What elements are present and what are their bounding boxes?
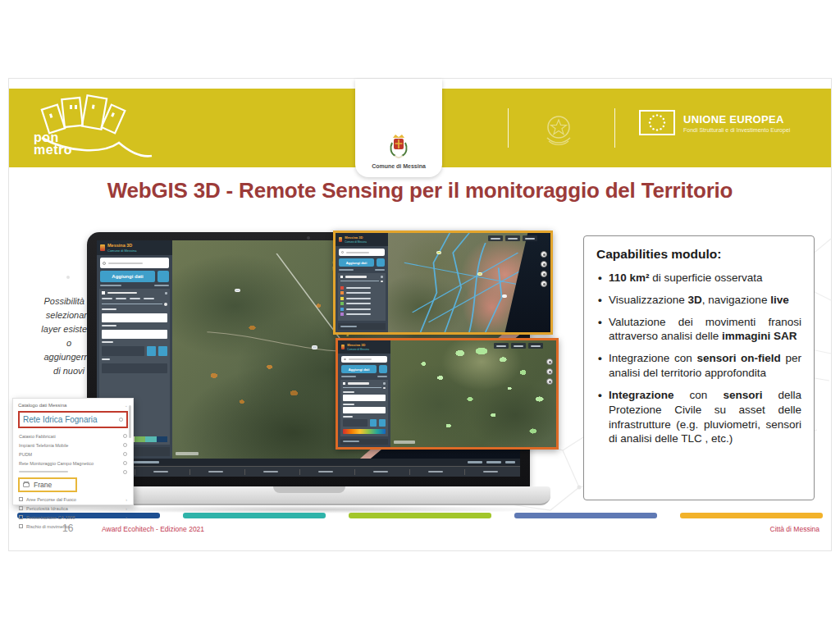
slider-track (340, 281, 379, 281)
map-control-button[interactable] (541, 261, 547, 267)
text-input[interactable] (343, 407, 386, 413)
layer-toggle-icon[interactable] (123, 461, 127, 465)
map-menu-chips[interactable] (488, 235, 537, 241)
catalog-header[interactable]: Catalogo dati Messina ⌄ (18, 403, 128, 408)
close-icon[interactable] (383, 382, 386, 385)
map-marker[interactable] (235, 289, 240, 292)
layer-toggle-icon[interactable] (123, 443, 127, 447)
action-button[interactable] (370, 419, 377, 427)
text-input[interactable] (102, 330, 167, 339)
layer-toggle-icon[interactable] (119, 418, 123, 422)
catalog-checkbox-item[interactable]: Pericolosità Idraulica› (18, 504, 128, 513)
inset-map-sar[interactable] (390, 340, 556, 447)
text-skeleton (346, 287, 371, 289)
text-skeleton (346, 313, 371, 315)
timeline-tick[interactable] (409, 469, 461, 475)
action-button[interactable] (379, 419, 386, 427)
legend-item[interactable] (340, 302, 383, 305)
timeline-tick[interactable] (135, 469, 186, 475)
panel-footer (340, 439, 388, 445)
catalog-item[interactable]: Catasto Fabbricati (18, 431, 128, 441)
search-input[interactable] (341, 356, 387, 363)
map-zoom-controls[interactable] (546, 358, 553, 385)
layer-toggle-icon[interactable] (123, 434, 127, 438)
add-data-button[interactable]: Aggiungi dati (341, 365, 377, 373)
dropdown-select[interactable] (343, 419, 368, 427)
action-button[interactable] (158, 346, 167, 356)
map-control-button[interactable] (541, 271, 547, 277)
text-input[interactable] (102, 313, 167, 322)
catalog-item-rete-idrica[interactable]: Rete Idrica Fognaria (18, 411, 128, 428)
search-input[interactable] (100, 258, 169, 268)
checkbox-icon[interactable] (19, 506, 23, 510)
opacity-slider[interactable] (340, 281, 383, 283)
menu-button[interactable] (379, 365, 387, 373)
color-legend (343, 429, 386, 434)
catalog-item-frane[interactable]: Frane (18, 477, 77, 492)
map-marker[interactable] (436, 251, 441, 254)
map-menu-chips[interactable] (494, 343, 543, 349)
action-button[interactable] (147, 346, 156, 356)
map-marker[interactable] (502, 294, 507, 298)
legend-color-swatch (340, 308, 344, 311)
map-zoom-controls[interactable] (541, 251, 547, 287)
slider-handle[interactable] (381, 281, 383, 283)
dropdown-select[interactable] (102, 346, 144, 356)
slider-handle[interactable] (164, 303, 167, 306)
catalog-checkbox-item[interactable]: Perimetrazione CA 1908› (18, 513, 128, 522)
catalog-item[interactable]: Impianti Telefonia Mobile (18, 441, 128, 450)
timeline-tick[interactable] (354, 469, 406, 475)
timeline-tick[interactable] (244, 469, 296, 475)
legend-item[interactable] (340, 297, 383, 300)
layer-panel (338, 273, 386, 321)
app-crest-icon (100, 244, 105, 251)
map-marker[interactable] (312, 345, 317, 349)
checkbox-icon[interactable] (19, 515, 23, 519)
catalog-item[interactable]: PUDM (18, 450, 128, 459)
menu-button[interactable] (377, 258, 385, 267)
layer-legend-list (340, 286, 383, 317)
map-control-button[interactable] (546, 368, 553, 375)
timeline-tick[interactable] (189, 469, 241, 475)
dropdown-select[interactable] (102, 363, 167, 373)
map-control-button[interactable] (541, 251, 547, 258)
layer-toggle-icon[interactable] (123, 470, 127, 474)
checkbox-icon[interactable] (19, 497, 23, 501)
search-input[interactable] (339, 249, 385, 256)
map-control-button[interactable] (546, 358, 553, 365)
map-control-button[interactable] (546, 378, 553, 385)
text-input[interactable] (343, 395, 386, 401)
text-skeleton (108, 262, 143, 264)
opacity-slider[interactable] (102, 303, 167, 306)
close-icon[interactable] (165, 292, 167, 294)
legend-item[interactable] (340, 286, 383, 290)
legend-item[interactable] (340, 291, 383, 294)
text-skeleton (346, 308, 371, 310)
catalog-checkbox-item[interactable]: Aree Percorse dal Fuoco› (18, 495, 128, 504)
app-title-block: Messina 3DComune di Messina (107, 243, 136, 253)
add-data-button[interactable]: Aggiungi dati (339, 258, 374, 267)
add-data-button[interactable]: Aggiungi dati (100, 271, 155, 282)
text-skeleton (165, 292, 167, 294)
checkbox-icon[interactable] (19, 524, 23, 528)
scrollbar[interactable] (129, 405, 131, 438)
menu-button[interactable] (158, 271, 169, 282)
timeline-tick[interactable] (464, 469, 516, 475)
map-control-button[interactable] (541, 281, 547, 287)
layer-toggle-icon[interactable] (123, 452, 127, 456)
text-skeleton (318, 471, 333, 472)
webgis-timeline[interactable] (97, 466, 520, 477)
panel-tabs[interactable] (102, 298, 167, 300)
slider-handle[interactable] (383, 387, 386, 390)
app-crest-icon (339, 237, 342, 242)
timeline-tick[interactable] (299, 469, 351, 475)
catalog-item[interactable]: Rete Monitoraggio Campo Magnetico (18, 459, 128, 468)
opacity-slider[interactable] (343, 387, 386, 390)
map-attribution (176, 452, 199, 455)
catalog-item-partial[interactable] (18, 468, 128, 476)
inset-map-urban[interactable] (388, 233, 550, 332)
close-icon[interactable] (381, 276, 383, 278)
catalog-checkbox-item[interactable]: Rischio di movimento› (18, 522, 128, 531)
legend-item[interactable] (340, 313, 383, 316)
legend-item[interactable] (340, 308, 383, 311)
